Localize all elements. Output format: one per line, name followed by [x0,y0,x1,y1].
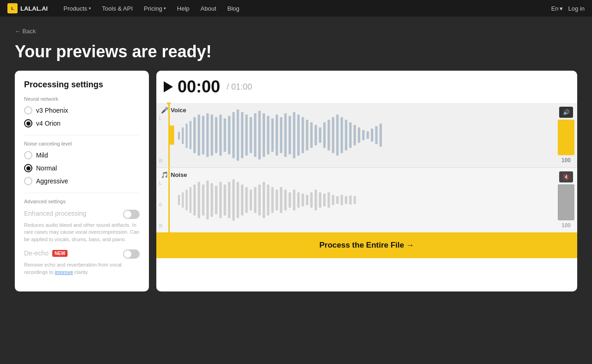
enhanced-toggle[interactable] [123,210,140,219]
svg-rect-2 [182,127,184,144]
process-entire-file-button[interactable]: Process the Entire File → [156,232,577,258]
svg-rect-53 [193,184,196,215]
svg-rect-19 [254,113,256,157]
voice-track: 🎤 Voice L R [156,103,577,168]
svg-rect-74 [284,190,287,211]
nav-help[interactable]: Help [173,3,194,14]
svg-rect-66 [250,190,252,211]
svg-rect-88 [345,196,347,204]
svg-rect-73 [280,187,282,213]
nav-right: En ▾ Log in [551,5,585,12]
voice-l-label: L [159,116,165,121]
improve-link[interactable]: improve [55,269,73,275]
svg-rect-22 [267,116,269,154]
playhead [168,103,170,167]
svg-rect-80 [310,192,313,208]
svg-rect-70 [267,184,269,215]
login-button[interactable]: Log in [568,5,585,12]
radio-v4-orion[interactable]: v4 Orion [24,119,140,127]
content-row: Processing settings Neural network v3 Ph… [15,71,577,291]
audio-panel: 00:00 / 01:00 🎤 Voice L R [156,71,577,291]
divider [24,135,140,135]
svg-rect-39 [340,117,343,153]
logo[interactable]: L LALAL.AI [7,3,48,13]
nav-blog[interactable]: Blog [223,3,244,14]
svg-rect-4 [190,121,191,149]
nav-products[interactable]: Products ▾ [59,3,95,14]
nav-tools[interactable]: Tools & API [98,3,137,14]
svg-rect-41 [349,122,352,148]
voice-track-name: Voice [171,107,186,114]
svg-rect-59 [219,182,222,218]
svg-rect-18 [250,117,252,153]
deecho-row: De-echo NEW [24,249,140,259]
svg-rect-3 [185,123,187,148]
chevron-down-icon: ▾ [164,6,166,11]
language-selector[interactable]: En ▾ [551,5,563,12]
noise-0-label: 0 [159,202,165,207]
svg-rect-16 [241,112,243,158]
logo-text: LALAL.AI [20,5,48,12]
voice-icon: 🎤 [161,107,168,114]
play-button[interactable] [164,81,173,92]
svg-rect-29 [297,115,300,156]
toggle-knob [124,211,131,218]
svg-rect-8 [206,113,209,157]
svg-rect-20 [258,111,260,160]
noise-r-label: R [159,224,165,229]
radio-v3-phoenix[interactable]: v3 Phoenix [24,106,140,115]
svg-rect-65 [245,187,247,213]
radio-normal[interactable]: Normal [24,164,140,172]
divider-2 [24,193,140,193]
svg-rect-54 [197,182,200,218]
nav-items: Products ▾ Tools & API Pricing ▾ Help Ab… [59,3,540,14]
svg-rect-40 [345,120,347,151]
radio-aggressive[interactable]: Aggressive [24,177,140,185]
svg-rect-75 [289,192,291,208]
svg-rect-38 [336,115,339,156]
radio-circle [24,151,32,159]
settings-panel: Processing settings Neural network v3 Ph… [15,71,149,291]
svg-rect-10 [215,117,217,153]
svg-rect-61 [228,182,230,218]
noise-mute-button[interactable]: 🔇 [559,171,573,182]
radio-mild[interactable]: Mild [24,151,140,159]
radio-circle-selected [24,119,32,127]
svg-rect-27 [289,116,291,154]
svg-rect-36 [327,120,330,151]
svg-rect-57 [211,183,213,217]
svg-rect-13 [228,116,230,154]
svg-rect-71 [271,187,274,213]
svg-rect-50 [182,192,184,208]
svg-rect-25 [280,117,282,153]
noise-volume-number: 100 [561,222,571,229]
deecho-toggle[interactable] [123,249,140,259]
nav-about[interactable]: About [196,3,221,14]
enhanced-desc: Reduces audio bleed and other sound arti… [24,222,140,243]
svg-rect-47 [375,126,377,144]
svg-rect-1 [178,132,180,140]
nav-pricing[interactable]: Pricing ▾ [139,3,171,14]
radio-dot [26,166,31,170]
audio-header: 00:00 / 01:00 [156,71,577,103]
deecho-label: De-echo [24,249,49,257]
voice-waveform [168,103,553,167]
new-badge: NEW [52,250,68,257]
main-content: ← Back Your previews are ready! Processi… [0,17,592,303]
svg-rect-78 [302,194,304,206]
toggle-knob [124,250,131,258]
deecho-desc: Remove echo and reverberation from vocal… [24,261,140,276]
svg-rect-89 [349,195,352,205]
svg-rect-12 [224,118,226,152]
noise-l-label: L [159,181,165,186]
svg-rect-69 [263,182,265,218]
svg-rect-64 [241,184,243,215]
back-link[interactable]: ← Back [15,28,577,35]
svg-rect-28 [293,112,295,158]
voice-r-label: R [159,158,165,164]
speaker-muted-icon: 🔇 [563,174,570,180]
voice-mute-button[interactable]: 🔊 [559,107,573,118]
svg-rect-15 [237,109,239,161]
svg-rect-37 [332,117,334,153]
svg-rect-34 [319,127,321,143]
